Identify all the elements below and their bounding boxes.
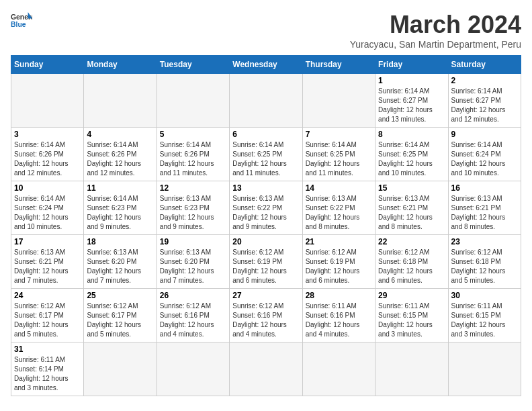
day-number: 11 — [87, 183, 153, 193]
calendar-cell: 14Sunrise: 6:13 AM Sunset: 6:22 PM Dayli… — [302, 181, 375, 235]
day-info: Sunrise: 6:12 AM Sunset: 6:19 PM Dayligh… — [306, 248, 372, 285]
day-header-tuesday: Tuesday — [157, 56, 229, 74]
title-block: March 2024 Yuracyacu, San Martin Departm… — [350, 11, 521, 50]
day-info: Sunrise: 6:12 AM Sunset: 6:19 PM Dayligh… — [232, 248, 299, 285]
calendar-cell: 23Sunrise: 6:12 AM Sunset: 6:18 PM Dayli… — [448, 235, 521, 289]
day-info: Sunrise: 6:14 AM Sunset: 6:27 PM Dayligh… — [378, 87, 445, 124]
calendar-cell: 17Sunrise: 6:13 AM Sunset: 6:21 PM Dayli… — [11, 235, 84, 289]
day-number: 19 — [160, 237, 226, 246]
day-info: Sunrise: 6:13 AM Sunset: 6:20 PM Dayligh… — [87, 248, 153, 285]
day-info: Sunrise: 6:14 AM Sunset: 6:26 PM Dayligh… — [160, 140, 226, 178]
day-number: 26 — [160, 291, 226, 300]
days-of-week-row: SundayMondayTuesdayWednesdayThursdayFrid… — [11, 56, 521, 74]
day-number: 3 — [14, 130, 81, 139]
day-number: 25 — [87, 291, 153, 300]
day-number: 1 — [378, 76, 445, 85]
day-info: Sunrise: 6:11 AM Sunset: 6:16 PM Dayligh… — [306, 302, 372, 339]
day-info: Sunrise: 6:11 AM Sunset: 6:15 PM Dayligh… — [378, 302, 445, 339]
day-number: 27 — [232, 291, 299, 300]
calendar-body: 1Sunrise: 6:14 AM Sunset: 6:27 PM Daylig… — [11, 74, 521, 396]
calendar-cell: 5Sunrise: 6:14 AM Sunset: 6:26 PM Daylig… — [157, 128, 229, 181]
day-number: 22 — [378, 237, 445, 246]
day-number: 29 — [378, 291, 445, 300]
day-info: Sunrise: 6:11 AM Sunset: 6:14 PM Dayligh… — [14, 355, 81, 393]
calendar-cell: 6Sunrise: 6:14 AM Sunset: 6:25 PM Daylig… — [230, 128, 302, 181]
day-header-thursday: Thursday — [302, 56, 375, 74]
month-year: March 2024 — [350, 11, 521, 39]
calendar-table: SundayMondayTuesdayWednesdayThursdayFrid… — [11, 55, 521, 396]
svg-text:Blue: Blue — [11, 21, 26, 28]
calendar-cell: 29Sunrise: 6:11 AM Sunset: 6:15 PM Dayli… — [375, 289, 448, 342]
week-row-0: 1Sunrise: 6:14 AM Sunset: 6:27 PM Daylig… — [11, 74, 521, 128]
location: Yuracyacu, San Martin Department, Peru — [350, 39, 521, 50]
day-info: Sunrise: 6:14 AM Sunset: 6:24 PM Dayligh… — [14, 194, 81, 232]
day-number: 15 — [378, 183, 445, 193]
week-row-4: 24Sunrise: 6:12 AM Sunset: 6:17 PM Dayli… — [11, 289, 521, 342]
day-number: 20 — [232, 237, 299, 246]
calendar-cell — [157, 74, 229, 128]
day-number: 9 — [451, 130, 518, 139]
calendar-cell — [302, 74, 375, 128]
calendar-cell — [11, 74, 84, 128]
calendar-cell: 27Sunrise: 6:12 AM Sunset: 6:16 PM Dayli… — [230, 289, 302, 342]
calendar-cell: 8Sunrise: 6:14 AM Sunset: 6:25 PM Daylig… — [375, 128, 448, 181]
day-number: 18 — [87, 237, 153, 246]
day-number: 16 — [451, 183, 518, 193]
calendar-cell — [230, 74, 302, 128]
calendar-cell: 4Sunrise: 6:14 AM Sunset: 6:26 PM Daylig… — [84, 128, 157, 181]
day-header-friday: Friday — [375, 56, 448, 74]
day-info: Sunrise: 6:14 AM Sunset: 6:25 PM Dayligh… — [306, 140, 372, 178]
logo-icon: General Blue — [11, 11, 32, 30]
day-info: Sunrise: 6:13 AM Sunset: 6:20 PM Dayligh… — [160, 248, 226, 285]
day-number: 31 — [14, 345, 81, 354]
calendar-cell — [84, 74, 157, 128]
day-number: 2 — [451, 76, 518, 85]
day-info: Sunrise: 6:14 AM Sunset: 6:26 PM Dayligh… — [87, 140, 153, 178]
calendar-cell: 13Sunrise: 6:13 AM Sunset: 6:22 PM Dayli… — [230, 181, 302, 235]
calendar-cell: 18Sunrise: 6:13 AM Sunset: 6:20 PM Dayli… — [84, 235, 157, 289]
day-number: 13 — [232, 183, 299, 193]
calendar-header: SundayMondayTuesdayWednesdayThursdayFrid… — [11, 56, 521, 74]
day-info: Sunrise: 6:13 AM Sunset: 6:23 PM Dayligh… — [160, 194, 226, 232]
logo: General Blue — [11, 11, 32, 30]
day-header-saturday: Saturday — [448, 56, 521, 74]
day-number: 4 — [87, 130, 153, 139]
day-info: Sunrise: 6:14 AM Sunset: 6:25 PM Dayligh… — [378, 140, 445, 178]
day-number: 7 — [306, 130, 372, 139]
calendar-cell: 19Sunrise: 6:13 AM Sunset: 6:20 PM Dayli… — [157, 235, 229, 289]
day-info: Sunrise: 6:12 AM Sunset: 6:17 PM Dayligh… — [87, 302, 153, 339]
calendar-cell — [230, 342, 302, 396]
day-number: 6 — [232, 130, 299, 139]
day-number: 12 — [160, 183, 226, 193]
day-header-sunday: Sunday — [11, 56, 84, 74]
calendar-cell: 3Sunrise: 6:14 AM Sunset: 6:26 PM Daylig… — [11, 128, 84, 181]
header: General Blue March 2024 Yuracyacu, San M… — [11, 11, 521, 50]
calendar-cell: 31Sunrise: 6:11 AM Sunset: 6:14 PM Dayli… — [11, 342, 84, 396]
day-info: Sunrise: 6:12 AM Sunset: 6:18 PM Dayligh… — [378, 248, 445, 285]
calendar-cell: 28Sunrise: 6:11 AM Sunset: 6:16 PM Dayli… — [302, 289, 375, 342]
day-info: Sunrise: 6:11 AM Sunset: 6:15 PM Dayligh… — [451, 302, 518, 339]
day-info: Sunrise: 6:13 AM Sunset: 6:21 PM Dayligh… — [451, 194, 518, 232]
day-number: 8 — [378, 130, 445, 139]
calendar-cell: 20Sunrise: 6:12 AM Sunset: 6:19 PM Dayli… — [230, 235, 302, 289]
calendar-cell: 30Sunrise: 6:11 AM Sunset: 6:15 PM Dayli… — [448, 289, 521, 342]
day-header-monday: Monday — [84, 56, 157, 74]
calendar-cell — [375, 342, 448, 396]
calendar-cell: 1Sunrise: 6:14 AM Sunset: 6:27 PM Daylig… — [375, 74, 448, 128]
day-number: 5 — [160, 130, 226, 139]
calendar-cell: 7Sunrise: 6:14 AM Sunset: 6:25 PM Daylig… — [302, 128, 375, 181]
week-row-1: 3Sunrise: 6:14 AM Sunset: 6:26 PM Daylig… — [11, 128, 521, 181]
calendar-cell: 10Sunrise: 6:14 AM Sunset: 6:24 PM Dayli… — [11, 181, 84, 235]
day-info: Sunrise: 6:14 AM Sunset: 6:23 PM Dayligh… — [87, 194, 153, 232]
calendar-cell: 9Sunrise: 6:14 AM Sunset: 6:24 PM Daylig… — [448, 128, 521, 181]
week-row-3: 17Sunrise: 6:13 AM Sunset: 6:21 PM Dayli… — [11, 235, 521, 289]
day-number: 23 — [451, 237, 518, 246]
calendar-cell: 12Sunrise: 6:13 AM Sunset: 6:23 PM Dayli… — [157, 181, 229, 235]
week-row-5: 31Sunrise: 6:11 AM Sunset: 6:14 PM Dayli… — [11, 342, 521, 396]
day-info: Sunrise: 6:12 AM Sunset: 6:16 PM Dayligh… — [232, 302, 299, 339]
calendar-cell: 25Sunrise: 6:12 AM Sunset: 6:17 PM Dayli… — [84, 289, 157, 342]
day-number: 14 — [306, 183, 372, 193]
day-info: Sunrise: 6:13 AM Sunset: 6:21 PM Dayligh… — [14, 248, 81, 285]
calendar-cell — [84, 342, 157, 396]
day-number: 21 — [306, 237, 372, 246]
